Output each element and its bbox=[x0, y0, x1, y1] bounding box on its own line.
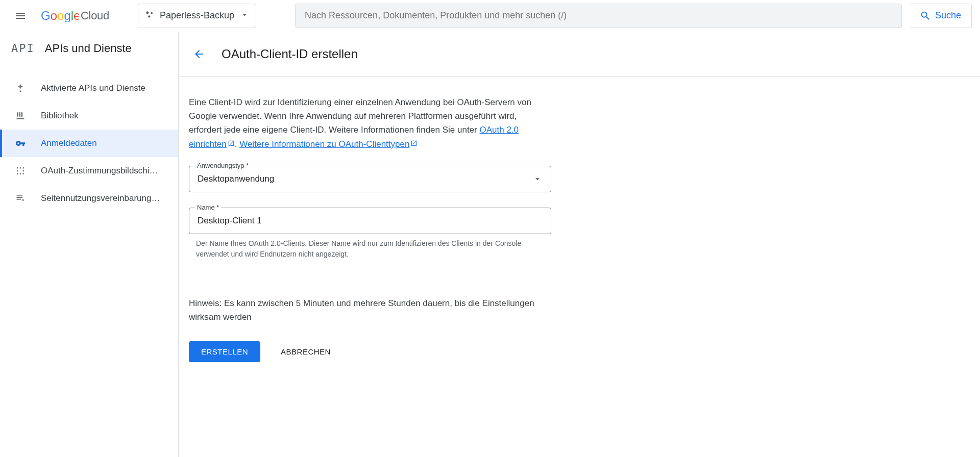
sidebar-item-label: Seitennutzungsvereinbarung… bbox=[41, 193, 160, 204]
menu-icon[interactable] bbox=[8, 4, 33, 28]
name-input[interactable] bbox=[189, 208, 551, 234]
page-header: OAuth-Client-ID erstellen bbox=[179, 44, 980, 77]
svg-point-3 bbox=[148, 15, 150, 17]
sidebar-item-label: OAuth-Zustimmungsbildschi… bbox=[41, 166, 158, 176]
sidebar-item-label: Aktivierte APIs und Dienste bbox=[41, 83, 145, 93]
svg-point-5 bbox=[20, 167, 21, 169]
name-field: Name * Der Name Ihres OAuth 2.0-Clients.… bbox=[189, 208, 551, 260]
top-bar: Google Cloud Paperless-Backup Suche bbox=[0, 0, 980, 32]
app-type-value: Desktopanwendung bbox=[198, 174, 274, 184]
oauth-types-link[interactable]: Weitere Informationen zu OAuth-Clienttyp… bbox=[239, 139, 418, 149]
search-icon bbox=[920, 10, 931, 21]
svg-point-2 bbox=[151, 12, 153, 14]
sidebar: API APIs und Dienste Aktivierte APIs und… bbox=[0, 32, 179, 457]
sidebar-header[interactable]: API APIs und Dienste bbox=[0, 32, 178, 65]
name-label: Name * bbox=[195, 204, 221, 211]
svg-point-6 bbox=[23, 167, 24, 169]
project-name: Paperless-Backup bbox=[160, 10, 234, 21]
sidebar-item-terms[interactable]: Seitennutzungsvereinbarung… bbox=[0, 185, 178, 212]
svg-point-9 bbox=[17, 173, 18, 175]
svg-point-10 bbox=[20, 173, 21, 175]
terms-icon bbox=[14, 193, 27, 204]
app-type-select[interactable]: Desktopanwendung bbox=[189, 166, 551, 192]
cancel-button[interactable]: ABBRECHEN bbox=[276, 341, 336, 362]
external-link-icon bbox=[228, 137, 235, 151]
page-title: OAuth-Client-ID erstellen bbox=[222, 47, 358, 61]
main-content: OAuth-Client-ID erstellen Eine Client-ID… bbox=[179, 32, 980, 457]
svg-text:Google: Google bbox=[41, 10, 79, 22]
google-cloud-logo[interactable]: Google Cloud bbox=[41, 9, 109, 22]
search-button-label: Suche bbox=[935, 10, 961, 21]
svg-point-1 bbox=[146, 11, 149, 14]
sidebar-item-oauth-consent[interactable]: OAuth-Zustimmungsbildschi… bbox=[0, 157, 178, 185]
library-icon bbox=[14, 111, 27, 121]
sidebar-item-enabled-apis[interactable]: Aktivierte APIs und Dienste bbox=[0, 74, 178, 102]
svg-point-4 bbox=[17, 167, 18, 169]
back-arrow[interactable] bbox=[189, 44, 209, 64]
project-icon bbox=[144, 10, 155, 22]
search-input-container[interactable] bbox=[295, 4, 902, 28]
sidebar-item-library[interactable]: Bibliothek bbox=[0, 102, 178, 130]
create-button[interactable]: ERSTELLEN bbox=[189, 341, 260, 362]
settings-note: Hinweis: Es kann zwischen 5 Minuten und … bbox=[189, 296, 551, 324]
app-type-label: Anwendungstyp * bbox=[195, 162, 251, 169]
project-selector[interactable]: Paperless-Backup bbox=[138, 4, 256, 28]
svg-point-11 bbox=[23, 173, 24, 175]
api-badge: API bbox=[11, 42, 35, 55]
google-logo-icon: Google bbox=[41, 10, 79, 22]
intro-text: Eine Client-ID wird zur Identifizierung … bbox=[189, 95, 551, 151]
sidebar-item-label: Bibliothek bbox=[41, 111, 79, 121]
enabled-apis-icon bbox=[14, 83, 27, 93]
search-input[interactable] bbox=[305, 10, 892, 21]
svg-point-7 bbox=[17, 170, 18, 172]
sidebar-item-credentials[interactable]: Anmeldedaten bbox=[0, 130, 178, 157]
sidebar-item-label: Anmeldedaten bbox=[41, 138, 97, 148]
app-type-field: Anwendungstyp * Desktopanwendung bbox=[189, 166, 551, 192]
logo-cloud-text: Cloud bbox=[81, 9, 109, 22]
search-button[interactable]: Suche bbox=[910, 4, 972, 28]
chevron-down-icon bbox=[239, 10, 250, 22]
sidebar-title: APIs und Dienste bbox=[45, 42, 132, 55]
name-helper: Der Name Ihres OAuth 2.0-Clients. Dieser… bbox=[189, 234, 551, 260]
chevron-down-icon bbox=[532, 174, 543, 184]
consent-icon bbox=[14, 166, 27, 176]
actions-row: ERSTELLEN ABBRECHEN bbox=[189, 341, 551, 362]
key-icon bbox=[14, 138, 27, 148]
external-link-icon bbox=[410, 137, 418, 151]
intro-sep: . bbox=[235, 139, 239, 149]
svg-point-8 bbox=[23, 170, 24, 172]
